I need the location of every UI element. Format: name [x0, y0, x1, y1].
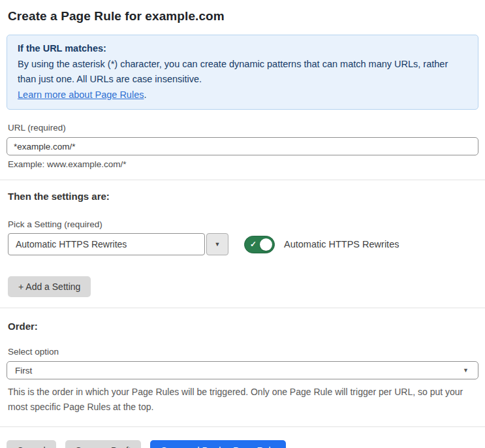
order-select[interactable]: First ▼	[7, 361, 478, 379]
footer-actions: Cancel Save as Draft Save and Deploy Pag…	[7, 440, 478, 448]
chevron-down-icon: ▼	[215, 241, 221, 248]
url-match-info-box: If the URL matches: By using the asteris…	[7, 35, 478, 110]
chevron-down-icon: ▼	[463, 367, 469, 374]
url-input[interactable]	[7, 137, 478, 155]
setting-toggle-label: Automatic HTTPS Rewrites	[284, 239, 399, 249]
link-suffix: .	[144, 89, 146, 100]
save-and-deploy-button[interactable]: Save and Deploy Page Rule	[150, 440, 286, 448]
section-divider	[0, 426, 485, 427]
setting-select-value: Automatic HTTPS Rewrites	[16, 239, 127, 249]
pick-setting-label: Pick a Setting (required)	[8, 219, 477, 229]
save-as-draft-button[interactable]: Save as Draft	[65, 440, 142, 448]
order-select-value: First	[15, 366, 32, 376]
setting-select[interactable]: Automatic HTTPS Rewrites	[8, 233, 205, 255]
info-box-body: By using the asterisk (*) character, you…	[18, 57, 467, 88]
setting-toggle[interactable]: ✓	[244, 236, 275, 253]
order-helper-text: This is the order in which your Page Rul…	[8, 385, 469, 415]
info-box-heading: If the URL matches:	[18, 41, 467, 57]
setting-select-arrow-button[interactable]: ▼	[206, 233, 228, 255]
settings-section-heading: Then the settings are:	[8, 191, 477, 202]
section-divider	[0, 180, 485, 180]
toggle-knob	[260, 238, 272, 251]
section-divider	[0, 308, 485, 308]
setting-row: Automatic HTTPS Rewrites ▼ ✓ Automatic H…	[8, 233, 477, 255]
info-box-link-line: Learn more about Page Rules.	[18, 88, 467, 103]
learn-more-link[interactable]: Learn more about Page Rules	[18, 89, 144, 100]
order-select-label: Select option	[8, 347, 477, 357]
add-setting-button[interactable]: + Add a Setting	[8, 276, 91, 297]
check-icon: ✓	[250, 240, 257, 249]
page-title: Create a Page Rule for example.com	[8, 9, 477, 24]
create-page-rule-panel: Create a Page Rule for example.com If th…	[0, 9, 485, 448]
url-field-label: URL (required)	[8, 123, 477, 133]
cancel-button[interactable]: Cancel	[7, 440, 56, 448]
url-example-helper: Example: www.example.com/*	[8, 159, 477, 169]
order-section-heading: Order:	[8, 321, 477, 332]
